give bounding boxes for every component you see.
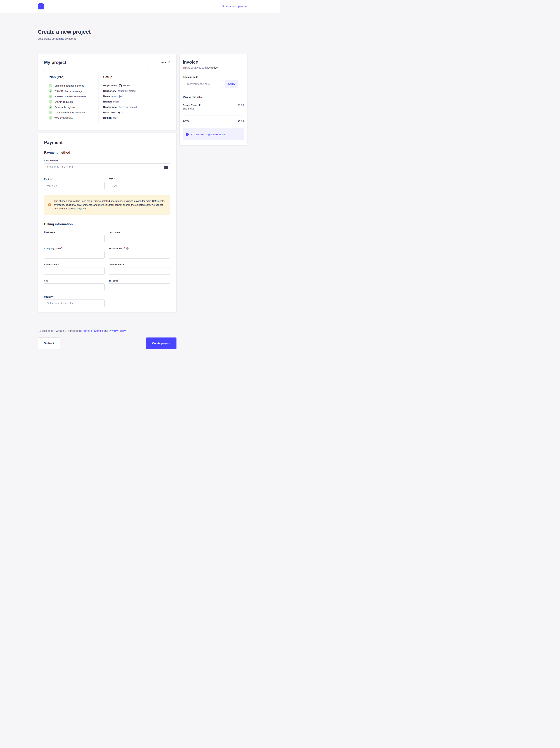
back-to-projects-link[interactable]: Back to projects list [221,5,247,8]
address-line-1-input[interactable] [44,267,105,275]
price-line-item: Strapi Cloud Pro This month $8.04 [183,104,244,110]
plan-feature-label: Unlimited database entries [54,84,84,87]
country-label: Country * [44,296,170,298]
setup-row-value: strapi/my-project [118,90,136,92]
privacy-policy-link[interactable]: Privacy Policy [109,329,125,332]
setup-row-git-provider: Git provider GitHub [103,84,144,87]
setup-title: Setup [103,75,144,79]
cvc-input[interactable] [109,182,170,190]
invoice-card: Invoice This is what you will pay today … [179,54,247,145]
card-number-label: Card Number * [44,159,170,162]
terms-of-service-link[interactable]: Terms of Service [83,329,103,332]
first-name-input[interactable] [44,235,105,242]
price-item-period: This month [183,108,203,110]
setup-row-value: / [122,111,123,114]
discount-code-input[interactable] [183,80,223,88]
apply-discount-button[interactable]: Apply [225,80,238,88]
setup-row-label: Name [103,95,110,98]
last-name-label: Last name [109,231,170,234]
total-amount: $8.04 [237,120,244,123]
plan-feature-label: 500 GB of assets bandwidth [54,95,86,98]
notice-text: $75 will be charged next month. [191,133,226,136]
my-project-card: My project Edit Plan (P [38,54,176,130]
last-name-input[interactable] [109,235,170,242]
github-icon [119,84,122,87]
plan-feature-label: Selectable regions [54,106,75,109]
setup-row-label: Region [103,116,112,119]
country-select[interactable]: Select or enter a value [44,300,105,307]
required-marker: * [53,296,54,298]
setup-row-repository: Repository strapi/my-project [103,89,144,93]
setup-row-branch: Branch main [103,100,144,103]
first-name-label: First name [44,231,105,234]
required-marker: * [52,178,53,180]
plan-feature-item: Unlimited database entries [49,84,90,88]
payment-title: Payment [44,140,170,145]
city-label: City * [44,279,105,282]
company-name-label: Company name * [44,247,105,250]
my-project-title: My project [44,60,66,65]
go-back-button[interactable]: Go back [38,337,60,349]
address-line-2-input[interactable] [109,267,170,275]
redo-arrow-icon [221,5,224,8]
expires-input[interactable] [44,182,105,190]
check-icon [49,105,52,109]
zip-code-input[interactable] [109,283,170,291]
invoice-subtitle-today: today [211,66,218,69]
info-icon: i [186,133,189,136]
price-details-title: Price details [183,95,244,99]
setup-row-region: Region USA [103,116,144,120]
setup-row-label: Repository [103,90,116,92]
page-header: Create a new project Lets create somethi… [38,13,247,40]
setup-row-value: my-project [112,95,123,98]
check-icon [49,95,52,98]
city-input[interactable] [44,283,105,291]
expires-label: Expires * [44,178,105,181]
lightning-icon [39,4,43,8]
required-marker: * [61,247,62,249]
country-select-placeholder: Select or enter a value [47,302,74,305]
plan-feature-label: Weekly backups [54,117,73,119]
setup-row-label: Branch [103,100,112,103]
create-project-button[interactable]: Create project [146,337,176,349]
setup-row-deployment: Deployment At every commit [103,105,144,109]
plan-feature-item: 250 GB of assets storage [49,89,90,93]
company-name-input[interactable] [44,251,105,259]
setup-row-label: Base directory [103,111,121,114]
required-marker: * [124,247,125,249]
back-link-label: Back to projects list [225,5,247,8]
chevron-down-icon [100,303,102,304]
card-number-input[interactable] [44,163,170,171]
invoice-subtitle: This is what you will pay today [183,66,244,69]
card-usage-warning: ! The chosen card will be used for all p… [44,195,170,215]
required-marker: * [114,178,115,180]
plan-feature-list: Unlimited database entries 250 GB of ass… [49,84,90,120]
email-info-icon[interactable]: i [126,247,128,250]
total-label: TOTAL [183,120,191,123]
check-icon [49,116,52,120]
setup-row-label: Git provider [103,84,117,87]
address-line-1-label: Address line 1 * [44,263,105,266]
email-address-label: Email address * i [109,247,170,250]
total-row: TOTAL $8.04 [183,120,244,123]
setup-list: Git provider GitHub Repository strapi/my… [103,84,144,120]
address-line-2-label: Address line 2 [109,263,170,266]
pencil-icon [168,61,170,64]
edit-project-button[interactable]: Edit [161,61,170,64]
check-icon [49,84,52,88]
invoice-title: Invoice [183,60,244,65]
terms-agreement-text: By clicking on "Create", I agree to the … [38,329,176,332]
price-item-name: Strapi Cloud Pro [183,104,203,107]
strapi-cloud-logo[interactable] [38,3,44,9]
setup-row-value: At every commit [119,106,137,109]
setup-row-value: GitHub [123,84,131,87]
email-address-input[interactable] [109,251,170,259]
cvc-label: CVC * [109,178,170,181]
page-title: Create a new project [38,29,247,35]
warning-icon: ! [48,203,51,206]
plan-title: Plan (Pro) [49,75,90,79]
payment-method-title: Payment method [44,151,170,155]
price-item-amount: $8.04 [237,104,244,107]
required-marker: * [118,279,119,281]
plan-feature-label: 250 GB of assets storage [54,90,82,92]
